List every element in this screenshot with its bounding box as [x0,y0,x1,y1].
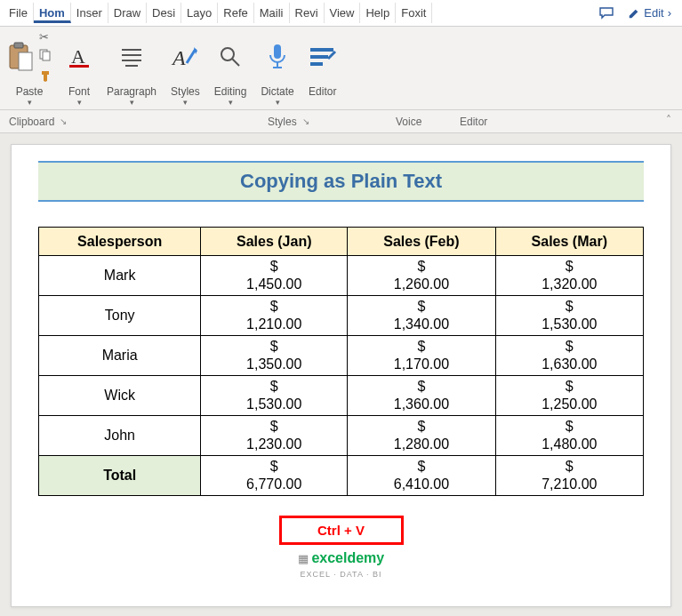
group-editor: Editor [301,28,344,109]
page-title: Copying as Plain Text [240,170,442,192]
svg-rect-19 [310,62,323,66]
copy-icon[interactable] [39,49,52,64]
group-styles: A Styles ▾ [164,28,207,109]
svg-rect-18 [310,55,328,59]
font-button[interactable]: A [66,30,92,84]
shortcut-text: Ctrl + V [317,523,365,538]
paste-button[interactable] [7,42,34,72]
paragraph-button[interactable] [118,30,145,84]
tab-file[interactable]: File [4,3,34,23]
editing-label: Editing [214,85,247,98]
svg-point-12 [221,48,234,60]
watermark: ▦ exceldemy EXCEL · DATA · BI [38,550,644,580]
editing-mode-button[interactable]: Edit › [621,3,678,23]
ribbon: ✂ Paste ▾ A Font ▾ Paragraph ▾ A Styles … [0,27,682,110]
group-label-editor: Editor [460,116,487,128]
group-font: A Font ▾ [59,28,100,109]
group-clipboard: ✂ Paste ▾ [0,28,59,109]
editing-mode-label: Edit [644,6,663,20]
tab-review[interactable]: Revi [290,3,325,23]
dialog-launcher-icon[interactable]: ↘ [302,116,309,126]
chevron-down-icon[interactable]: ▾ [183,98,188,107]
table-header-row: Salesperson Sales (Jan) Sales (Feb) Sale… [39,228,644,256]
group-paragraph: Paragraph ▾ [100,28,164,109]
svg-text:A: A [71,45,85,68]
table-cell: $1,630.00 [495,336,643,376]
editing-button[interactable] [218,30,243,84]
table-cell: $1,530.00 [495,296,643,336]
tab-foxit[interactable]: Foxit [396,3,432,23]
tab-help[interactable]: Help [360,3,396,23]
ribbon-group-labels: Clipboard↘ Styles↘ Voice Editor ˄ [0,110,682,133]
collapse-ribbon-button[interactable]: ˄ [655,110,682,132]
col-sales-mar: Sales (Mar) [495,228,643,256]
table-cell-total-label: Total [39,456,201,496]
svg-rect-2 [19,52,32,70]
tab-layout[interactable]: Layo [181,3,218,23]
table-cell: $1,280.00 [348,416,495,456]
tab-home[interactable]: Hom [34,3,71,23]
document-canvas: Copying as Plain Text Salesperson Sales … [0,133,682,616]
watermark-brand: exceldemy [311,550,384,565]
table-cell: $1,480.00 [495,416,643,456]
table-row: Maria$1,350.00$1,170.00$1,630.00 [39,336,644,376]
chevron-down-icon[interactable]: ▾ [276,98,280,107]
col-sales-jan: Sales (Jan) [201,228,348,256]
svg-rect-17 [310,48,333,52]
tab-view[interactable]: View [325,3,361,23]
tab-design[interactable]: Desi [147,3,181,23]
chevron-right-icon: › [668,6,671,20]
chevron-down-icon[interactable]: ▾ [229,98,233,107]
table-cell-name: Maria [39,336,201,376]
dictate-label: Dictate [261,85,293,98]
svg-rect-6 [69,65,89,68]
group-dictate: Dictate ▾ [253,28,301,109]
document-page[interactable]: Copying as Plain Text Salesperson Sales … [11,144,671,607]
chevron-down-icon[interactable]: ▾ [28,98,32,107]
table-row: Wick$1,530.00$1,360.00$1,250.00 [39,376,644,416]
sales-table: Salesperson Sales (Jan) Sales (Feb) Sale… [38,227,644,496]
watermark-icon: ▦ [298,552,312,565]
table-cell: $1,170.00 [348,336,495,376]
font-label: Font [68,85,90,98]
editor-button[interactable] [309,30,337,84]
chevron-down-icon[interactable]: ▾ [77,98,82,107]
tab-mailings[interactable]: Maili [254,3,290,23]
dictate-button[interactable] [266,30,289,84]
svg-rect-4 [43,52,50,60]
watermark-sub: EXCEL · DATA · BI [301,570,382,579]
svg-text:A: A [171,46,186,69]
table-cell-name: Mark [39,256,201,296]
tab-draw[interactable]: Draw [108,3,147,23]
table-cell: $6,410.00 [348,456,495,496]
table-cell-name: John [39,416,201,456]
svg-rect-1 [14,43,23,48]
title-band: Copying as Plain Text [38,161,644,202]
dialog-launcher-icon[interactable]: ↘ [60,116,67,126]
styles-label: Styles [171,85,200,98]
table-cell: $1,450.00 [201,256,348,296]
paragraph-label: Paragraph [107,85,156,98]
table-row: Tony$1,210.00$1,340.00$1,530.00 [39,296,644,336]
col-salesperson: Salesperson [39,228,201,256]
table-cell: $1,340.00 [348,296,495,336]
table-cell: $7,210.00 [495,456,643,496]
group-label-clipboard: Clipboard [9,116,54,128]
svg-line-13 [232,59,239,66]
shortcut-callout: Ctrl + V [279,516,404,545]
table-cell: $1,530.00 [201,376,348,416]
tab-insert[interactable]: Inser [71,3,108,23]
table-cell: $1,250.00 [495,376,643,416]
styles-button[interactable]: A [171,30,199,84]
format-painter-icon[interactable] [39,69,52,84]
comments-button[interactable] [592,4,621,23]
table-cell: $1,260.00 [348,256,495,296]
tab-references[interactable]: Refe [218,3,253,23]
table-cell: $1,350.00 [201,336,348,376]
table-cell: $1,320.00 [495,256,643,296]
table-cell-name: Tony [39,296,201,336]
table-cell-name: Wick [39,376,201,416]
chevron-down-icon[interactable]: ▾ [130,98,134,107]
cut-icon[interactable]: ✂ [39,30,52,44]
table-cell: $1,210.00 [201,296,348,336]
